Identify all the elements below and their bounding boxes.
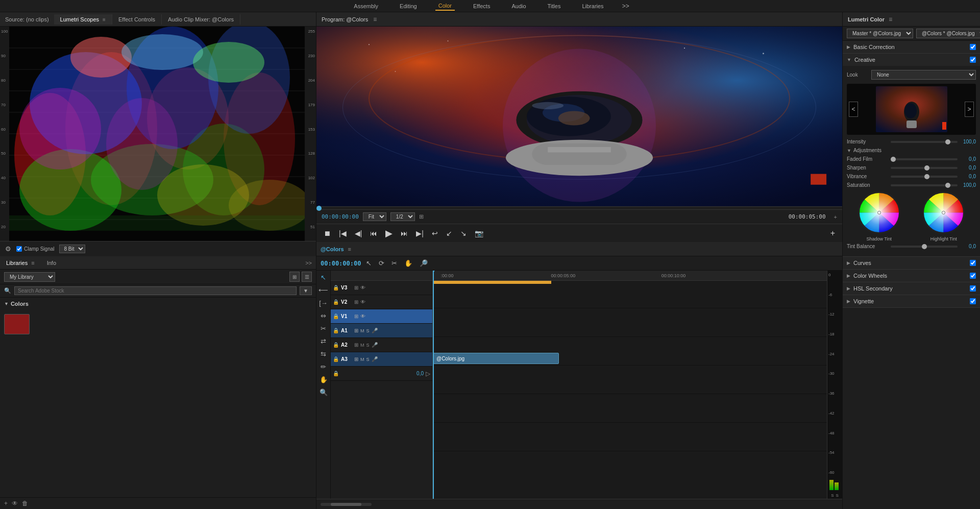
lock-icon-a3[interactable]: 🔒 bbox=[333, 356, 339, 362]
hand-tool-button[interactable]: ✋ bbox=[318, 375, 329, 384]
playhead-marker[interactable] bbox=[316, 206, 322, 211]
mute-icon-a3[interactable]: M bbox=[360, 357, 364, 362]
vignette-section-header[interactable]: ▶ Vignette bbox=[843, 295, 980, 307]
vignette-enabled[interactable] bbox=[970, 298, 976, 304]
colors-clip[interactable]: @Colors.jpg bbox=[433, 353, 559, 364]
sharpen-value[interactable]: 0,0 bbox=[961, 165, 976, 171]
clamp-signal-checkbox[interactable]: Clamp Signal bbox=[16, 246, 54, 252]
nav-item-effects[interactable]: Effects bbox=[470, 2, 493, 10]
fast-forward-button[interactable]: ⏭ bbox=[399, 228, 410, 238]
list-view-button[interactable]: ☰ bbox=[302, 272, 312, 282]
timeline-select-tool[interactable]: ↖ bbox=[364, 258, 374, 268]
curves-section-header[interactable]: ▶ Curves bbox=[843, 257, 980, 269]
trash-icon[interactable]: 🗑 bbox=[22, 500, 28, 507]
lock-icon-a1[interactable]: 🔒 bbox=[333, 328, 339, 333]
clip-dropdown[interactable]: @Colors * @Colors.jpg bbox=[916, 29, 980, 38]
master-dropdown[interactable]: Master * @Colors.jpg bbox=[847, 29, 913, 38]
libraries-tab-menu[interactable]: ≡ bbox=[31, 260, 34, 266]
intensity-value[interactable]: 100,0 bbox=[961, 139, 976, 144]
rewind-button[interactable]: ⏮ bbox=[368, 228, 379, 238]
play-button[interactable]: ▶ bbox=[383, 227, 395, 240]
sharpen-slider[interactable] bbox=[891, 167, 958, 169]
add-item-button[interactable]: + bbox=[4, 500, 8, 507]
eye-icon-v2[interactable]: 👁 bbox=[360, 299, 365, 305]
libraries-tab[interactable]: Libraries ≡ bbox=[0, 258, 41, 268]
safe-margin-icon[interactable]: ⊞ bbox=[419, 213, 424, 220]
nav-item-editing[interactable]: Editing bbox=[397, 2, 420, 10]
preview-prev-button[interactable]: < bbox=[849, 102, 858, 117]
hsl-secondary-enabled[interactable] bbox=[970, 285, 976, 292]
sync-icon-v1[interactable]: ⊞ bbox=[354, 313, 358, 319]
razor-tool-button[interactable]: ✂ bbox=[320, 324, 327, 333]
slip-tool-button[interactable]: ⇄ bbox=[320, 336, 327, 346]
selection-tool-button[interactable]: ↖ bbox=[320, 273, 327, 282]
timeline-menu-icon[interactable]: ≡ bbox=[348, 246, 351, 252]
sync-icon-a1[interactable]: ⊞ bbox=[354, 328, 358, 333]
timeline-zoom-tool[interactable]: 🔎 bbox=[418, 258, 430, 268]
sync-icon-v3[interactable]: ⊞ bbox=[354, 285, 358, 290]
basic-correction-header[interactable]: ▶ Basic Correction bbox=[843, 41, 980, 53]
sync-icon-a3[interactable]: ⊞ bbox=[354, 356, 358, 362]
step-forward-button[interactable]: ▶| bbox=[414, 228, 426, 238]
saturation-slider[interactable] bbox=[891, 184, 958, 186]
hsl-secondary-section-header[interactable]: ▶ HSL Secondary bbox=[843, 282, 980, 295]
program-timecode-start[interactable]: 00:00:00:00 bbox=[322, 213, 359, 220]
timeline-zoom-handle[interactable] bbox=[331, 503, 361, 506]
library-filter-button[interactable]: ▼ bbox=[300, 286, 312, 295]
mute-icon-a1[interactable]: M bbox=[360, 328, 364, 333]
track-select-tool-button[interactable]: ⟵ bbox=[317, 285, 329, 295]
timeline-playhead[interactable] bbox=[433, 271, 434, 499]
mic-icon-a2[interactable]: 🎤 bbox=[372, 342, 378, 348]
lock-icon-a2[interactable]: 🔒 bbox=[333, 342, 339, 348]
basic-correction-enabled[interactable] bbox=[970, 44, 976, 50]
creative-section-header[interactable]: ▼ Creative bbox=[843, 54, 980, 66]
faded-film-value[interactable]: 0,0 bbox=[961, 156, 976, 162]
library-more-icon[interactable]: >> bbox=[301, 258, 316, 268]
audio-clip-mixer-tab[interactable]: Audio Clip Mixer: @Colors bbox=[162, 14, 240, 25]
lock-icon-master[interactable]: 🔒 bbox=[333, 371, 339, 376]
ripple-edit-tool-button[interactable]: [→ bbox=[318, 298, 329, 308]
timeline-ripple-tool[interactable]: ⟳ bbox=[377, 258, 386, 268]
color-wheels-enabled[interactable] bbox=[970, 273, 976, 279]
sync-icon-v2[interactable]: ⊞ bbox=[354, 299, 358, 305]
preview-next-button[interactable]: > bbox=[965, 102, 974, 117]
solo-icon-a3[interactable]: S bbox=[366, 357, 370, 362]
nav-item-audio[interactable]: Audio bbox=[508, 2, 529, 10]
resolution-dropdown[interactable]: 1/2 bbox=[390, 212, 415, 221]
grid-view-button[interactable]: ⊞ bbox=[289, 272, 300, 282]
vibrance-slider[interactable] bbox=[891, 176, 958, 178]
lumetri-color-menu-icon[interactable]: ≡ bbox=[889, 16, 892, 23]
look-dropdown[interactable]: None bbox=[871, 70, 976, 80]
step-back-button[interactable]: |◀ bbox=[337, 228, 349, 238]
stop-button[interactable]: ⏹ bbox=[322, 228, 333, 238]
mic-icon-a3[interactable]: 🎤 bbox=[372, 356, 378, 362]
slide-tool-button[interactable]: ⇆ bbox=[320, 349, 327, 359]
loop-button[interactable]: ↩ bbox=[430, 228, 440, 238]
nav-item-color[interactable]: Color bbox=[435, 2, 455, 11]
solo-icon-a2[interactable]: S bbox=[366, 343, 370, 348]
vibrance-value[interactable]: 0,0 bbox=[961, 174, 976, 179]
overwrite-button[interactable]: ↘ bbox=[458, 228, 469, 238]
add-to-program-button[interactable]: + bbox=[828, 228, 837, 239]
timeline-timecode[interactable]: 00:00:00:00 bbox=[321, 260, 361, 267]
color-wheels-section-header[interactable]: ▶ Color Wheels bbox=[843, 270, 980, 282]
export-frame-button[interactable]: 📷 bbox=[473, 228, 485, 238]
lock-icon-v2[interactable]: 🔒 bbox=[333, 299, 339, 305]
lumetri-scopes-tab[interactable]: Lumetri Scopes ≡ bbox=[54, 14, 112, 25]
saturation-value[interactable]: 100,0 bbox=[961, 182, 976, 188]
faded-film-slider[interactable] bbox=[891, 158, 958, 160]
curves-enabled[interactable] bbox=[970, 260, 976, 266]
mic-icon-a1[interactable]: 🎤 bbox=[372, 328, 378, 333]
list-item[interactable] bbox=[4, 314, 30, 334]
effect-controls-tab[interactable]: Effect Controls bbox=[112, 14, 162, 25]
program-monitor-menu-icon[interactable]: ≡ bbox=[373, 16, 377, 23]
nav-item-titles[interactable]: Titles bbox=[545, 2, 564, 10]
tint-balance-value[interactable]: 0,0 bbox=[961, 244, 976, 249]
master-end-marker[interactable]: ▷ bbox=[426, 370, 430, 377]
pen-tool-button[interactable]: ✏ bbox=[320, 362, 327, 372]
tint-balance-slider[interactable] bbox=[891, 246, 958, 248]
colors-section-header[interactable]: ▼ Colors bbox=[0, 298, 316, 310]
library-dropdown[interactable]: My Library bbox=[4, 272, 55, 282]
nav-more-button[interactable]: >> bbox=[622, 3, 629, 10]
bit-depth-select[interactable]: 8 Bit bbox=[59, 245, 85, 253]
